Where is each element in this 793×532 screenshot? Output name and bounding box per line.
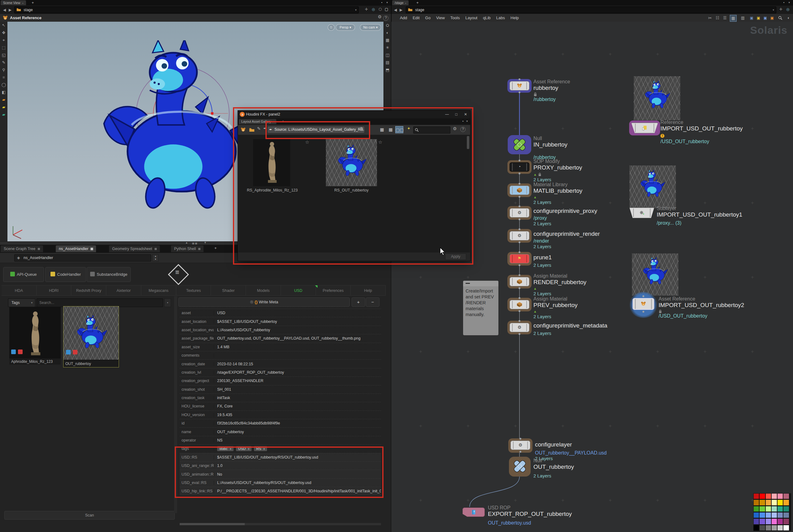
asset-search-input[interactable] [37,298,163,307]
node-MATLIB_rubbertoy[interactable] [509,186,529,195]
section-tab[interactable]: Models [246,285,281,296]
minimize-button[interactable]: — [442,111,452,118]
flags-icon[interactable]: ▣ [763,14,767,22]
color-swatch[interactable] [759,512,765,518]
tab-scene-view[interactable]: Scene View× [1,0,26,5]
write-meta-header[interactable]: ⦿ {} Write Meta [178,298,350,307]
section-tab[interactable]: HDA [2,285,37,296]
left-path-field[interactable]: stage ▾ [14,6,359,13]
meta-row[interactable]: asset USD [180,309,381,317]
filter-gear-icon[interactable]: ⚙ [453,126,457,131]
right-new-tab-button[interactable]: + [416,0,419,5]
ink-nib-icon[interactable]: ✒ [263,126,267,131]
pane-split-icon[interactable]: ▪ [463,120,463,123]
section-tab[interactable]: Redshift Proxy [71,285,106,296]
color-swatch[interactable] [783,506,789,512]
color-swatch[interactable] [753,525,759,531]
node-configureprimitive_render[interactable]: ⚙ [509,231,529,241]
snapshot-view-icon[interactable]: ⬒ [384,66,391,74]
tab-close-icon[interactable]: × [22,2,23,5]
node-stepper[interactable]: ▲▼ [152,254,159,262]
color-swatch[interactable] [771,499,777,505]
chip-remove-icon[interactable]: x [230,447,231,451]
codehandler-button[interactable]: CodeHandler [45,267,86,282]
meta-row[interactable]: creation_date 2023-02-14 08:22:15 [180,359,381,368]
key-tool-icon[interactable]: ▰ [0,103,7,111]
asset-card-aphrodite[interactable]: Aphrodite_Milos_Rz_123 [9,307,61,365]
gallery-item-rubbertoy[interactable] [326,139,377,186]
section-tab[interactable]: HDRI [37,285,72,296]
meta-row[interactable]: USD::RS $ASSET_LIB/USD/OUT_rubbertoy/RS/… [180,453,381,461]
meta-row[interactable]: name OUT_rubbertoy [180,427,381,436]
search-icon[interactable] [778,16,782,20]
notes-icon[interactable]: ▣ [757,14,760,22]
chip-remove-icon[interactable]: x [248,447,249,451]
color-swatch[interactable] [771,518,777,524]
tab-ns-assethandler[interactable]: ns_AssetHandler [56,245,96,252]
menu-item[interactable]: Add [397,14,410,22]
view-small-grid-icon[interactable]: ▦ [378,126,386,133]
node-OUT_rubbertoy[interactable] [511,458,528,476]
menu-item[interactable]: Labs [494,14,508,22]
meta-row[interactable]: USD_ani_range::RS 1.0 [180,461,381,470]
color-swatch[interactable] [766,493,771,499]
sim-tool-icon[interactable]: ▰ [0,111,7,118]
network-editor[interactable]: ++++++++++++++++++++++++++++++++++++++++… [391,22,793,532]
color-swatch[interactable] [783,499,789,505]
camera-icon[interactable]: ◫ [384,52,391,59]
meta-add-button[interactable]: + [352,298,365,307]
gear-icon[interactable]: ⚙ [378,14,382,19]
persp-selector[interactable]: Persp ▾ [336,24,355,31]
color-swatch[interactable] [753,518,759,524]
color-swatch[interactable] [753,506,759,512]
meta-row[interactable]: creation_lvl /stage/EXPORT_ROP_OUT_rubbe… [180,368,381,377]
right-path-field[interactable]: stage ▾ [406,6,776,13]
window-new-tab-button[interactable]: + [282,119,284,124]
node-IMPORT_USD_OUT_rubbertoy1[interactable] [630,208,654,218]
edit-pencil-icon[interactable]: ✎ [257,126,261,131]
meta-row[interactable]: id f3f2bb16c65cf84c34abb85db98f4f9e [180,419,381,427]
link-icon[interactable]: ◎ [786,7,789,12]
node-IMPORT_USD_OUT_rubbertoy[interactable] [631,123,658,133]
section-tab[interactable]: Megascans [141,285,176,296]
gallery-search-input[interactable] [413,127,450,134]
tab-python-shell[interactable]: Python Shell [171,245,204,252]
forward-icon[interactable]: ▶ [9,7,12,13]
note-collapse-icon[interactable] [466,283,470,284]
floating-window[interactable]: ɔ Houdini FX - panel2 — □ ✕ Layout Asset… [237,110,470,261]
api-queue-button[interactable]: API-Queue [3,267,44,282]
snap-icon[interactable]: ⚲ [0,66,7,74]
meta-row[interactable]: USD_hip_link::RS P:/__PROJECTS__/230130_… [180,487,381,495]
color-swatch[interactable] [777,499,783,505]
pane-split-icon[interactable]: ▪ [784,1,784,4]
layout-icon[interactable]: ▢ [385,7,388,12]
rubbertoy-model[interactable] [88,40,262,214]
favorite-star-icon[interactable]: ☆ [305,139,309,145]
color-swatch[interactable] [777,493,783,499]
menu-item[interactable]: Help [508,14,522,22]
color-swatch[interactable] [777,518,783,524]
color-swatch[interactable] [753,499,759,505]
node-PREV_rubbertoy[interactable] [509,300,529,309]
new-tab-button[interactable]: + [32,0,34,5]
meta-row[interactable]: comments [180,351,381,359]
view-large-grid-icon[interactable]: ▢▢ [395,126,403,133]
meta-row[interactable]: asset_location $ASSET_LIB/USD/OUT_rubber… [180,317,381,325]
search-options-button[interactable]: ▪ [164,298,171,307]
substancebridge-button[interactable]: SubstanceBridge [87,267,131,282]
bundle-icon[interactable]: ▣ [770,14,774,22]
color-swatch[interactable] [759,493,765,499]
pane-split-icon[interactable]: ▪ [381,1,382,4]
node-configureprimitive_proxy[interactable]: ⚙ [509,208,529,217]
node-IN_rubbertoy[interactable] [511,136,528,154]
add-folder-icon[interactable] [249,128,255,132]
linked-node-dropdown[interactable]: ◈ ns_AssetHandler [14,254,151,262]
column-scrollbar[interactable] [174,296,177,513]
meta-hscrollbar[interactable] [180,523,381,525]
back-icon[interactable]: ◀ [394,7,397,13]
tab-layout-asset-gallery[interactable]: Layout Asset Gallery• [239,119,276,124]
note-titlebar[interactable] [463,281,498,286]
color-swatch[interactable] [766,525,771,531]
tag-chip[interactable]: USDx [236,446,252,451]
color-swatch[interactable] [783,512,789,518]
